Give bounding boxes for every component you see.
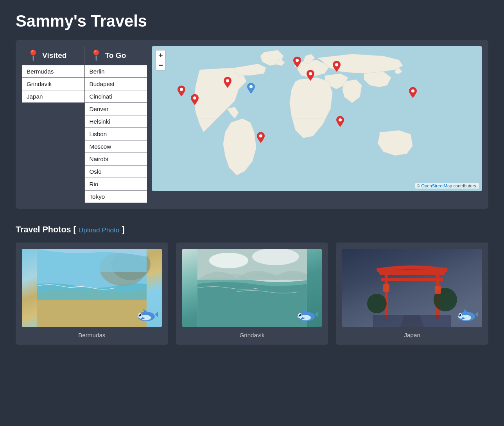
upload-prefix: [ [71,225,79,234]
visited-list: BermudasGrindavikJapan [22,65,85,203]
photo-card-japan: Japan [336,243,488,345]
togo-pin-icon: 📍 [90,49,103,62]
page-title: Sammy's Travels [16,8,488,31]
svg-point-36 [367,294,387,313]
togo-label: To Go [105,51,126,60]
visited-column-header: 📍 Visited [22,46,85,65]
svg-point-5 [411,89,414,92]
togo-list-item[interactable]: Berlin [85,65,147,78]
visited-list-item[interactable]: Bermudas [22,65,84,78]
zoom-in-button[interactable]: + [156,50,166,60]
svg-rect-39 [435,286,441,294]
svg-rect-33 [379,270,445,275]
photos-section: Travel Photos [ Upload Photo ] [16,225,488,345]
svg-point-25 [252,249,299,265]
shark-mascot-grindavik [294,306,318,323]
svg-point-11 [259,134,262,137]
world-map: + − © OpenStreetMap contributors. [152,46,482,191]
svg-point-6 [180,88,183,91]
map-controls: + − [156,50,166,70]
map-pin-bermudas[interactable] [191,94,199,107]
togo-list-item[interactable]: Denver [85,103,147,115]
lists-header: 📍 Visited 📍 To Go [22,46,147,65]
photo-image-grindavik [182,249,322,327]
lists-panel: 📍 Visited 📍 To Go BermudasGrindavikJapan… [22,46,147,203]
photo-label-grindavik: Grindavik [239,332,264,338]
map-svg [152,46,482,191]
togo-list-item[interactable]: Tokyo [85,191,147,203]
map-pin-lisbon[interactable] [224,77,231,90]
togo-list-item[interactable]: Helsinki [85,115,147,128]
photo-image-japan [342,249,482,327]
shark-mascot-japan [455,306,478,323]
togo-list-item[interactable]: Cincinati [85,90,147,103]
photos-grid: Bermudas [16,243,488,345]
map-pin-denver[interactable] [178,86,185,99]
visited-list-item[interactable]: Grindavik [22,78,84,90]
map-pin-nairobi[interactable] [336,116,344,129]
shark-mascot-bermuda [135,306,158,323]
visited-pin-icon: 📍 [27,49,40,62]
photo-image-bermuda [22,249,162,327]
togo-list-item[interactable]: Nairobi [85,153,147,165]
photo-card-bermuda: Bermudas [16,243,168,345]
svg-point-20 [139,314,141,316]
upload-suffix: ] [119,225,124,234]
map-pin-rio[interactable] [257,132,265,145]
svg-rect-34 [381,278,443,281]
svg-point-12 [226,79,229,82]
svg-point-8 [335,63,338,67]
map-pin-grindavik[interactable] [247,83,255,95]
svg-point-3 [193,97,196,100]
map-pin-berlin[interactable] [307,70,314,83]
togo-list: BerlinBudapestCincinatiDenverHelsinkiLis… [85,65,147,203]
svg-point-9 [296,59,299,62]
photos-title: Travel Photos [16,225,71,234]
map-pin-japan[interactable] [409,87,417,100]
photo-label-bermuda: Bermudas [78,332,105,338]
svg-point-44 [459,314,460,315]
photo-card-grindavik: Grindavik [176,243,328,345]
upload-photo-link[interactable]: Upload Photo [79,226,120,234]
openstreetmap-link[interactable]: OpenStreetMap [421,183,452,188]
svg-point-30 [299,314,300,315]
svg-point-7 [309,72,312,75]
zoom-out-button[interactable]: − [156,60,166,70]
togo-column-header: 📍 To Go [85,46,147,65]
togo-list-item[interactable]: Lisbon [85,128,147,140]
togo-list-item[interactable]: Budapest [85,78,147,90]
svg-point-43 [459,314,461,316]
svg-point-24 [209,253,248,268]
map-pin-moscow[interactable] [333,61,341,74]
svg-point-21 [139,314,140,315]
togo-list-item[interactable]: Oslo [85,165,147,178]
togo-list-item[interactable]: Rio [85,178,147,191]
svg-rect-38 [383,284,389,292]
svg-point-10 [339,118,342,121]
visited-label: Visited [42,51,67,60]
togo-list-item[interactable]: Moscow [85,140,147,153]
map-pin-oslo[interactable] [293,57,301,70]
main-panel: 📍 Visited 📍 To Go BermudasGrindavikJapan… [16,40,488,209]
map-attribution: © OpenStreetMap contributors. [415,183,479,189]
svg-point-4 [249,85,253,88]
photos-header: Travel Photos [ Upload Photo ] [16,225,488,235]
visited-list-item[interactable]: Japan [22,90,84,102]
lists-body: BermudasGrindavikJapan BerlinBudapestCin… [22,65,147,203]
svg-point-29 [299,314,301,316]
map-container: + − © OpenStreetMap contributors. [152,46,482,203]
photo-label-japan: Japan [404,332,420,338]
